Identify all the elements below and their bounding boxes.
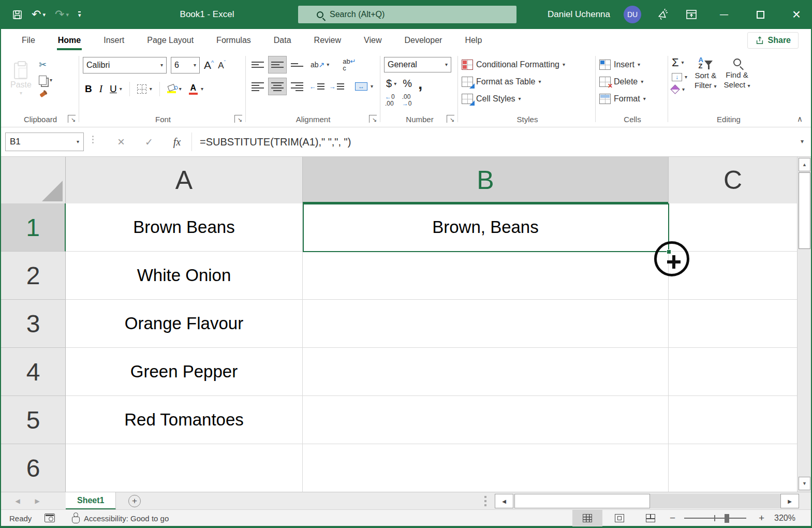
row-header-3[interactable]: 3 (1, 300, 66, 348)
cell-C3[interactable] (669, 300, 797, 348)
zoom-in-button[interactable]: + (759, 510, 764, 526)
tab-insert[interactable]: Insert (92, 29, 136, 52)
zoom-out-button[interactable]: − (670, 510, 675, 526)
format-as-table-button[interactable]: Format as Table ▾ (462, 75, 593, 89)
user-name[interactable]: Daniel Uchenna (548, 9, 610, 20)
font-color-button[interactable]: A ▾ (189, 84, 203, 95)
scroll-up-button[interactable]: ▲ (799, 158, 810, 171)
decrease-decimal-button[interactable]: .00 →0 (402, 94, 412, 107)
minimize-button[interactable]: — (713, 0, 735, 29)
number-format-select[interactable]: General ▾ (384, 57, 451, 72)
cell-B2[interactable] (303, 252, 669, 300)
column-header-b[interactable]: B (303, 157, 669, 203)
cell-A6[interactable] (66, 444, 303, 492)
sheet-tab-sheet1[interactable]: Sheet1 (66, 492, 116, 510)
next-sheet-button[interactable]: ▶ (28, 492, 47, 510)
format-cells-button[interactable]: Format ▾ (599, 92, 666, 106)
zoom-slider-thumb[interactable] (725, 514, 729, 523)
bottom-align-button[interactable] (288, 56, 306, 74)
row-header-6[interactable]: 6 (1, 444, 66, 492)
borders-button[interactable]: ▾ (137, 84, 152, 94)
scroll-left-button[interactable]: ◀ (495, 494, 513, 508)
row-header-2[interactable]: 2 (1, 252, 66, 300)
cell-A2[interactable]: White Onion (66, 252, 303, 300)
cell-C5[interactable] (669, 396, 797, 444)
cell-B1[interactable]: Brown, Beans (303, 203, 669, 252)
decrease-font-size-button[interactable]: Aˇ (218, 60, 226, 71)
number-dialog-launcher[interactable]: ↘ (447, 115, 454, 123)
copy-button[interactable]: ▾ (39, 76, 52, 85)
font-size-select[interactable]: 6 ▾ (171, 57, 200, 74)
row-header-1[interactable]: 1 (1, 203, 66, 252)
formula-input[interactable]: =SUBSTITUTE(TRIM(A1)," ",", ") (200, 133, 785, 151)
close-button[interactable]: × (785, 0, 808, 29)
cut-button[interactable]: ✂ (39, 60, 52, 69)
fill-button[interactable]: ↓▾ (672, 73, 687, 81)
format-painter-button[interactable] (39, 91, 48, 100)
avatar[interactable]: DU (624, 6, 641, 23)
conditional-formatting-button[interactable]: Conditional Formatting ▾ (462, 58, 593, 71)
column-header-c[interactable]: C (669, 157, 797, 203)
column-header-a[interactable]: A (66, 157, 303, 203)
decrease-indent-button[interactable]: ← (307, 78, 326, 95)
customize-qat-button[interactable]: ▾ (78, 11, 81, 18)
insert-function-button[interactable]: fx (166, 133, 188, 151)
cell-A1[interactable]: Brown Beans (66, 203, 303, 252)
macro-record-icon[interactable] (45, 514, 55, 522)
increase-indent-button[interactable]: → (327, 78, 346, 95)
page-layout-view-button[interactable] (604, 510, 634, 526)
cell-styles-button[interactable]: Cell Styles ▾ (462, 92, 593, 106)
tab-help[interactable]: Help (453, 29, 493, 52)
accessibility-status[interactable]: Accessibility: Good to go (84, 510, 169, 526)
increase-font-size-button[interactable]: A^ (204, 59, 214, 71)
save-button[interactable] (12, 10, 22, 20)
cell-C1[interactable] (669, 203, 797, 252)
autosum-button[interactable]: Σ▾ (672, 57, 687, 68)
cell-B4[interactable] (303, 348, 669, 396)
accounting-format-button[interactable]: $▾ (386, 78, 396, 90)
ribbon-display-options-button[interactable] (684, 0, 699, 29)
vertical-scroll-thumb[interactable] (799, 172, 810, 249)
italic-button[interactable]: I (99, 83, 102, 95)
tab-home[interactable]: Home (47, 29, 92, 52)
middle-align-button[interactable] (268, 56, 287, 74)
scroll-down-button[interactable]: ▼ (799, 477, 810, 490)
horizontal-scroll-track[interactable] (650, 494, 780, 508)
underline-button[interactable]: U ▾ (110, 83, 122, 95)
tab-review[interactable]: Review (303, 29, 352, 52)
find-select-button[interactable]: Find &Select ▾ (724, 57, 750, 90)
search-input[interactable] (330, 10, 485, 19)
orientation-button[interactable]: ab↗ ▾ (311, 61, 329, 69)
tab-data[interactable]: Data (262, 29, 303, 52)
bold-button[interactable]: B (85, 83, 92, 95)
cell-B3[interactable] (303, 300, 669, 348)
normal-view-button[interactable] (572, 510, 602, 526)
top-align-button[interactable] (248, 56, 267, 74)
delete-cells-button[interactable]: Delete ▾ (599, 75, 666, 89)
zoom-level[interactable]: 320% (774, 510, 795, 526)
tab-file[interactable]: File (10, 29, 47, 52)
row-header-4[interactable]: 4 (1, 348, 66, 396)
alignment-dialog-launcher[interactable]: ↘ (369, 115, 377, 123)
scroll-right-button[interactable]: ▶ (780, 494, 799, 508)
tab-view[interactable]: View (352, 29, 393, 52)
sort-filter-button[interactable]: AZ Sort &Filter ▾ (695, 57, 717, 91)
clear-button[interactable]: ▾ (672, 86, 687, 93)
merge-center-button[interactable]: ↔ ▾ (355, 82, 373, 91)
cell-C6[interactable] (669, 444, 797, 492)
font-dialog-launcher[interactable]: ↘ (234, 115, 242, 123)
center-button[interactable] (268, 78, 287, 95)
search-box[interactable] (298, 6, 516, 23)
fill-color-button[interactable]: ▾ (167, 85, 182, 93)
tab-formulas[interactable]: Formulas (205, 29, 262, 52)
wrap-text-button[interactable]: ab↵c (343, 58, 356, 71)
undo-button[interactable]: ↶ ▾ (32, 8, 46, 21)
select-all-button[interactable] (1, 157, 66, 203)
increase-decimal-button[interactable]: ←0 .00 (385, 94, 395, 107)
cell-B6[interactable] (303, 444, 669, 492)
align-right-button[interactable] (288, 78, 306, 95)
comma-style-button[interactable]: , (418, 80, 422, 87)
clipboard-dialog-launcher[interactable]: ↘ (68, 115, 76, 123)
cell-C4[interactable] (669, 348, 797, 396)
tab-scroll-splitter[interactable] (484, 496, 486, 506)
